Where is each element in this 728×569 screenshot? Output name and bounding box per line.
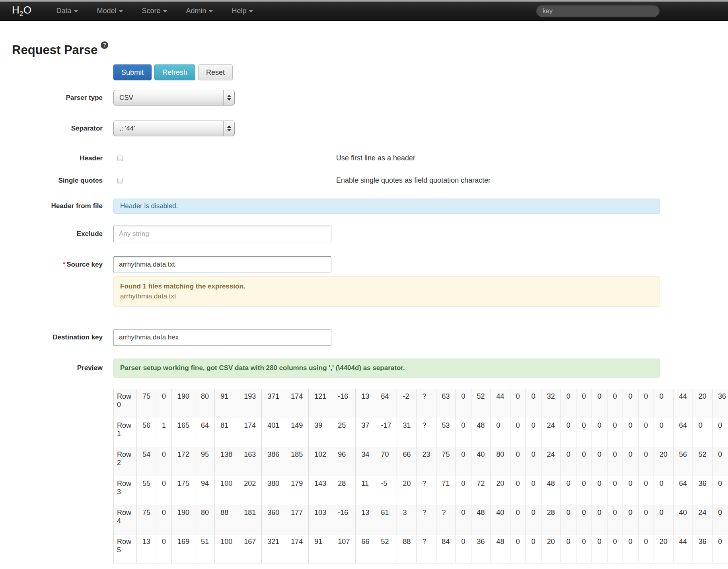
cell: 0 [156,476,172,505]
header-disabled-infobox: Header is disabled. [113,199,660,214]
cell: 174 [285,389,309,418]
cell: 193 [238,389,262,418]
cell: 202 [238,476,262,505]
cell: ? [436,505,455,534]
preview-label: Preview [0,364,103,372]
files-found-filename: arrhythmia.data.txt [120,292,653,300]
refresh-button[interactable]: Refresh [154,64,195,80]
cell: 0 [510,418,526,447]
cell: 0 [510,476,526,505]
caret-down-icon [249,10,253,12]
cell: 0 [156,447,172,476]
cell: 20 [654,447,673,476]
submit-button[interactable]: Submit [113,64,152,80]
cell: 54 [137,447,156,476]
exclude-input[interactable] [113,226,331,242]
nav-menu-score[interactable]: Score [132,7,177,15]
nav-menu-data[interactable]: Data [47,7,87,15]
cell: 88 [215,505,238,534]
cell: 52 [693,447,712,476]
cell: 138 [215,447,238,476]
cell: 190 [172,505,195,534]
header-from-file-row: Header from file Header is disabled. [0,199,728,214]
cell: 121 [309,389,332,418]
separator-select[interactable]: ,: '44' [113,121,235,136]
cell: 0 [561,534,576,563]
cell: 0 [156,505,172,534]
cell: 63 [436,389,455,418]
cell: 100 [215,476,238,505]
cell: 0 [510,447,526,476]
cell: 64 [375,389,397,418]
cell: 0 [623,534,638,563]
cell: 0 [576,418,592,447]
caret-down-icon [119,10,123,12]
nav-menu-list: DataModelScoreAdminHelp [47,7,262,15]
source-key-input[interactable] [113,256,331,273]
parser-type-select[interactable]: CSV [113,90,235,105]
cell: 0 [592,389,607,418]
cell: 371 [262,389,285,418]
preview-row: Preview Parser setup working fine, got C… [0,359,728,378]
cell: 20 [491,476,510,505]
row-label-cell: Row 5 [114,534,137,563]
cell: 0 [607,418,623,447]
cell: 75 [436,447,455,476]
cell: 88 [397,534,417,563]
cell: 75 [137,389,156,418]
cell: 0 [526,505,541,534]
cell: 0 [561,476,576,505]
cell: 0 [654,389,673,418]
files-found-title: Found 1 files matching the expression. [120,283,653,290]
key-search-input[interactable] [536,5,660,17]
cell: 52 [471,389,491,418]
single-quotes-row: Single quotes Enable single quotes as fi… [0,176,728,185]
cell: 48 [471,505,491,534]
page-title: Request Parse? [12,43,728,57]
cell: 64 [195,418,215,447]
reset-button[interactable]: Reset [198,64,233,80]
parser-type-row: Parser type CSV [0,90,728,105]
cell: 0 [638,505,654,534]
nav-menu-help[interactable]: Help [222,7,263,15]
exclude-label: Exclude [0,226,103,242]
cell: 174 [238,418,262,447]
separator-row: Separator ,: '44' [0,121,728,136]
cell: 36 [693,534,712,563]
cell: 103 [309,505,332,534]
cell: 24 [541,447,561,476]
cell: 0 [592,476,607,505]
cell: 0 [526,418,541,447]
cell: 0 [712,476,728,505]
cell: 0 [654,476,673,505]
cell: 80 [195,389,215,418]
destination-key-row: Destination key [0,329,728,346]
cell: 40 [491,505,510,534]
nav-menu-model[interactable]: Model [88,7,132,15]
header-label: Header [0,154,103,162]
h2o-brand-logo[interactable]: H2O [12,4,31,18]
parser-type-value: CSV [114,94,223,102]
cell: 28 [541,505,561,534]
help-icon[interactable]: ? [101,41,108,49]
cell: 165 [172,418,195,447]
cell: 75 [137,505,156,534]
cell: 0 [607,389,623,418]
single-quotes-checkbox[interactable] [117,178,123,183]
select-arrows-icon [223,90,234,105]
header-checkbox[interactable] [117,156,123,161]
row-label-cell: Row 3 [114,476,137,505]
cell: 40 [673,505,693,534]
nav-menu-admin[interactable]: Admin [177,7,222,15]
brand-text-o: O [23,4,32,16]
cell: 0 [693,418,712,447]
cell: 44 [491,389,510,418]
row-label-cell: Row 1 [114,418,137,447]
cell: ? [417,418,436,447]
destination-key-label: Destination key [0,329,103,346]
required-asterisk: * [63,261,66,268]
cell: 0 [510,534,526,563]
destination-key-input[interactable] [113,329,331,346]
cell: 24 [693,505,712,534]
table-row: Row 47501908088181360177103-1613613??048… [114,505,728,534]
